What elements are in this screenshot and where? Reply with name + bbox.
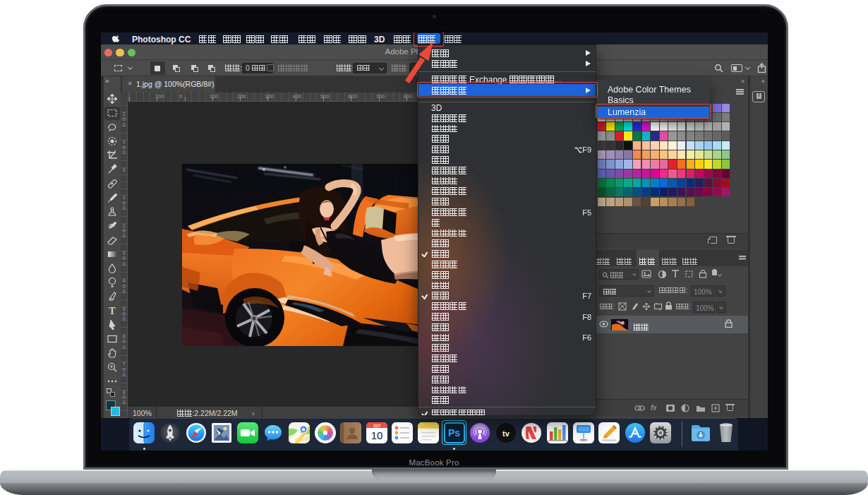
svg-text:10: 10 <box>370 429 382 441</box>
svg-text:tv: tv <box>502 429 510 437</box>
svg-text:SEP: SEP <box>373 423 381 427</box>
svg-text:T: T <box>109 306 116 316</box>
